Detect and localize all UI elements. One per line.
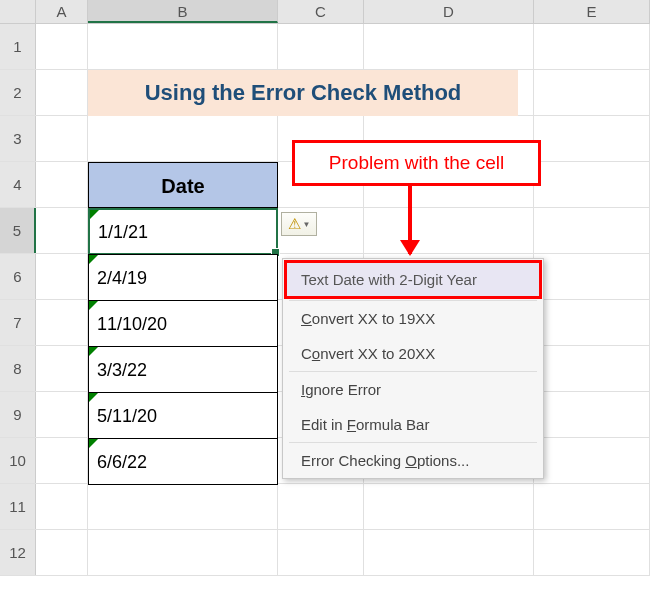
- table-header[interactable]: Date: [88, 162, 278, 208]
- col-header-C[interactable]: C: [278, 0, 364, 23]
- page-title: Using the Error Check Method: [88, 70, 518, 116]
- cell-B5-selected[interactable]: 1/1/21: [88, 208, 278, 255]
- error-smart-tag[interactable]: ⚠ ▼: [281, 212, 317, 236]
- col-header-D[interactable]: D: [364, 0, 534, 23]
- cell-B8[interactable]: 3/3/22: [88, 346, 278, 393]
- annotation-callout: Problem with the cell: [292, 140, 541, 186]
- row-header-2[interactable]: 2: [0, 70, 36, 115]
- select-all-corner[interactable]: [0, 0, 36, 23]
- menu-ignore-error[interactable]: Ignore Error: [283, 372, 543, 407]
- cell-B7[interactable]: 11/10/20: [88, 300, 278, 347]
- warning-icon: ⚠: [288, 215, 301, 233]
- row-header-3[interactable]: 3: [0, 116, 36, 161]
- col-header-A[interactable]: A: [36, 0, 88, 23]
- dropdown-icon: ▼: [303, 220, 311, 229]
- cell-B10[interactable]: 6/6/22: [88, 438, 278, 485]
- annotation-arrow: [408, 186, 412, 254]
- row-header-11[interactable]: 11: [0, 484, 36, 529]
- row-header-5[interactable]: 5: [0, 208, 36, 253]
- row-header-12[interactable]: 12: [0, 530, 36, 575]
- row-header-4[interactable]: 4: [0, 162, 36, 207]
- menu-edit-formula-bar[interactable]: Edit in Formula Bar: [283, 407, 543, 442]
- row-header-8[interactable]: 8: [0, 346, 36, 391]
- row-header-1[interactable]: 1: [0, 24, 36, 69]
- col-header-B[interactable]: B: [88, 0, 278, 23]
- row-header-9[interactable]: 9: [0, 392, 36, 437]
- menu-convert-19xx[interactable]: Convert XX to 19XX: [283, 301, 543, 336]
- cell-B6[interactable]: 2/4/19: [88, 254, 278, 301]
- col-header-E[interactable]: E: [534, 0, 650, 23]
- row-header-6[interactable]: 6: [0, 254, 36, 299]
- menu-convert-20xx[interactable]: Convert XX to 20XX: [283, 336, 543, 371]
- error-check-menu: Text Date with 2-Digit Year Convert XX t…: [282, 258, 544, 479]
- column-headers: A B C D E: [0, 0, 650, 24]
- row-header-10[interactable]: 10: [0, 438, 36, 483]
- row-header-7[interactable]: 7: [0, 300, 36, 345]
- menu-header: Text Date with 2-Digit Year: [284, 260, 542, 299]
- menu-error-checking-options[interactable]: Error Checking Options...: [283, 443, 543, 478]
- cell-B9[interactable]: 5/11/20: [88, 392, 278, 439]
